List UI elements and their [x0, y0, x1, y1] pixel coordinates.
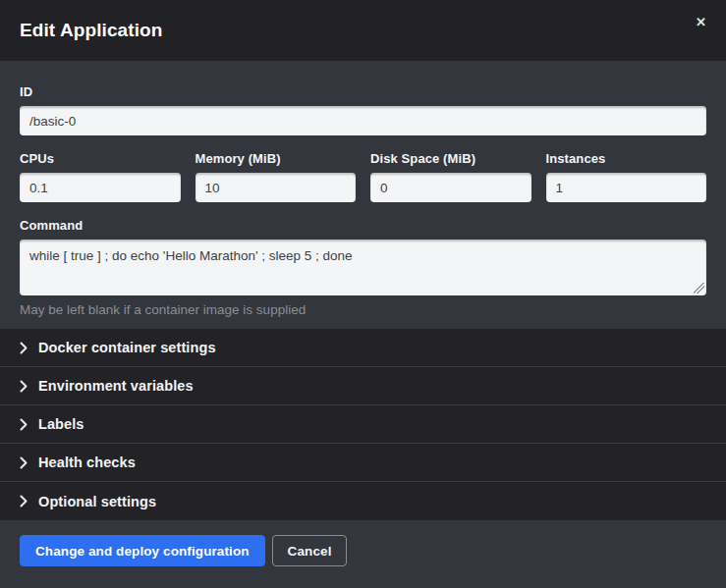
- memory-field-group: Memory (MiB): [195, 151, 357, 202]
- chevron-right-icon: [20, 380, 28, 393]
- edit-application-modal: Edit Application ✕ ID CPUs Memory (MiB) …: [0, 0, 726, 588]
- command-textarea[interactable]: while [ true ] ; do echo 'Hello Marathon…: [20, 240, 706, 295]
- modal-footer: Change and deploy configuration Cancel: [0, 520, 726, 588]
- disk-input[interactable]: [370, 173, 531, 202]
- accordion-health-checks[interactable]: Health checks: [0, 444, 726, 482]
- accordion-docker-container-settings[interactable]: Docker container settings: [0, 329, 726, 367]
- change-and-deploy-button[interactable]: Change and deploy configuration: [20, 535, 265, 566]
- chevron-right-icon: [20, 456, 28, 469]
- memory-input[interactable]: [195, 173, 357, 202]
- settings-accordion: Docker container settings Environment va…: [0, 329, 726, 520]
- close-button[interactable]: ✕: [690, 12, 712, 32]
- accordion-label: Labels: [38, 416, 84, 432]
- id-field-group: ID: [20, 84, 706, 135]
- chevron-right-icon: [20, 418, 28, 431]
- cpus-label: CPUs: [20, 151, 181, 166]
- disk-field-group: Disk Space (MiB): [370, 151, 531, 202]
- accordion-optional-settings[interactable]: Optional settings: [0, 482, 726, 520]
- command-textarea-wrap: while [ true ] ; do echo 'Hello Marathon…: [20, 240, 706, 295]
- cpus-field-group: CPUs: [20, 151, 181, 202]
- close-icon: ✕: [696, 15, 706, 29]
- instances-field-group: Instances: [546, 151, 707, 202]
- application-form: ID CPUs Memory (MiB) Disk Space (MiB) In…: [0, 61, 726, 329]
- cpus-input[interactable]: [20, 173, 181, 202]
- instances-label: Instances: [546, 151, 707, 166]
- modal-header: Edit Application ✕: [0, 0, 726, 61]
- resources-row: CPUs Memory (MiB) Disk Space (MiB) Insta…: [20, 151, 706, 202]
- modal-title: Edit Application: [20, 20, 163, 41]
- accordion-environment-variables[interactable]: Environment variables: [0, 367, 726, 405]
- id-input[interactable]: [20, 106, 706, 135]
- command-label: Command: [20, 218, 706, 233]
- accordion-label: Health checks: [38, 454, 136, 470]
- accordion-label: Environment variables: [38, 378, 194, 394]
- command-help-text: May be left blank if a container image i…: [20, 302, 706, 317]
- cancel-button[interactable]: Cancel: [272, 535, 348, 566]
- memory-label: Memory (MiB): [195, 151, 357, 166]
- accordion-labels[interactable]: Labels: [0, 405, 726, 444]
- instances-input[interactable]: [546, 173, 707, 202]
- accordion-label: Optional settings: [38, 494, 156, 509]
- accordion-label: Docker container settings: [38, 340, 216, 355]
- disk-label: Disk Space (MiB): [370, 151, 531, 166]
- chevron-right-icon: [20, 342, 28, 354]
- chevron-right-icon: [20, 495, 28, 508]
- id-label: ID: [20, 84, 706, 99]
- command-field-group: Command while [ true ] ; do echo 'Hello …: [20, 218, 706, 317]
